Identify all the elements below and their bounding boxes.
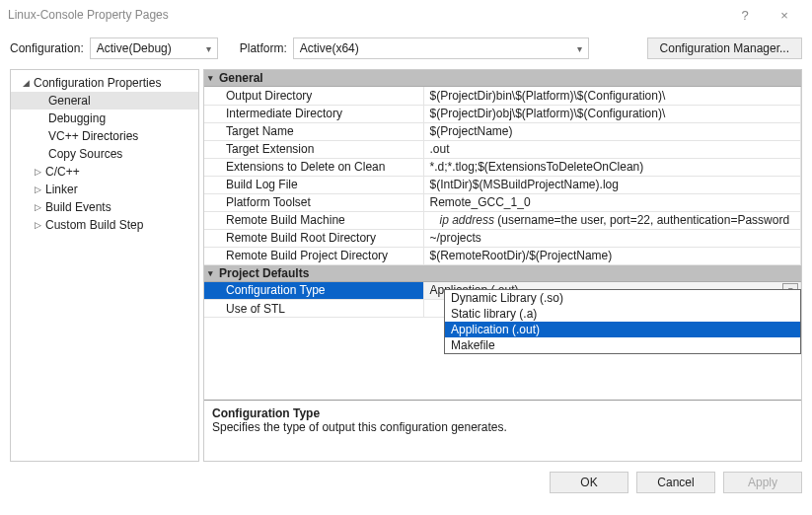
row: Remote Build Machine ip address (usernam… — [204, 211, 801, 229]
prop-val[interactable]: *.d;*.tlog;$(ExtensionsToDeleteOnClean) — [423, 158, 801, 176]
tree-item-linker[interactable]: Linker — [11, 181, 198, 198]
dropdown-option-selected[interactable]: Application (.out) — [445, 322, 800, 337]
prop-key[interactable]: Build Log File — [204, 176, 423, 193]
platform-combo[interactable]: Active(x64) ▾ — [293, 37, 589, 59]
tree-item-ccpp[interactable]: C/C++ — [11, 163, 198, 181]
prop-key[interactable]: Use of STL — [204, 300, 423, 318]
dropdown-option[interactable]: Dynamic Library (.so) — [445, 290, 800, 306]
tree-item-copy-sources[interactable]: Copy Sources — [11, 145, 198, 163]
tree-item-general[interactable]: General — [11, 92, 198, 110]
prop-key[interactable]: Remote Build Project Directory — [204, 247, 423, 264]
config-type-dropdown[interactable]: Dynamic Library (.so) Static library (.a… — [444, 289, 801, 354]
row: Intermediate Directory$(ProjectDir)obj\$… — [204, 105, 801, 122]
chevron-down-icon: ▾ — [200, 43, 217, 54]
config-row: Configuration: Active(Debug) ▾ Platform:… — [0, 30, 812, 69]
description-title: Configuration Type — [212, 406, 793, 420]
configuration-combo[interactable]: Active(Debug) ▾ — [90, 37, 218, 59]
prop-val[interactable]: ip address (username=the user, port=22, … — [423, 211, 801, 229]
tree-item-build-events[interactable]: Build Events — [11, 198, 198, 216]
ok-button[interactable]: OK — [550, 472, 628, 493]
row: Target Extension.out — [204, 140, 801, 158]
row: Extensions to Delete on Clean*.d;*.tlog;… — [204, 158, 801, 176]
property-grid: ▾General Output Directory$(ProjectDir)bi… — [204, 70, 801, 400]
window-title: Linux-Console Property Pages — [8, 8, 725, 22]
description-body: Specifies the type of output this config… — [212, 420, 793, 434]
tree-item-vcdirs[interactable]: VC++ Directories — [11, 127, 198, 145]
prop-key[interactable]: Target Name — [204, 122, 423, 140]
prop-key[interactable]: Configuration Type — [204, 282, 423, 300]
tree[interactable]: Configuration Properties General Debuggi… — [10, 69, 199, 462]
tree-item-custom-build[interactable]: Custom Build Step — [11, 216, 198, 234]
prop-val[interactable]: $(RemoteRootDir)/$(ProjectName) — [423, 247, 801, 264]
prop-val[interactable]: Remote_GCC_1_0 — [423, 193, 801, 211]
prop-key[interactable]: Platform Toolset — [204, 193, 423, 211]
prop-val[interactable]: .out — [423, 140, 801, 158]
prop-val[interactable]: $(ProjectName) — [423, 122, 801, 140]
chevron-down-icon: ▾ — [208, 268, 213, 278]
configuration-value: Active(Debug) — [91, 41, 200, 55]
section-general[interactable]: ▾General — [204, 70, 801, 87]
dropdown-option[interactable]: Static library (.a) — [445, 306, 800, 322]
dropdown-option[interactable]: Makefile — [445, 337, 800, 353]
chevron-down-icon: ▾ — [208, 73, 213, 83]
property-grid-panel: ▾General Output Directory$(ProjectDir)bi… — [203, 69, 802, 462]
row: Remote Build Project Directory$(RemoteRo… — [204, 247, 801, 264]
row: Output Directory$(ProjectDir)bin\$(Platf… — [204, 87, 801, 105]
prop-key[interactable]: Extensions to Delete on Clean — [204, 158, 423, 176]
row: Remote Build Root Directory~/projects — [204, 229, 801, 247]
configuration-manager-button[interactable]: Configuration Manager... — [647, 37, 802, 59]
dialog-buttons: OK Cancel Apply — [0, 462, 812, 503]
platform-label: Platform: — [240, 41, 287, 55]
configuration-label: Configuration: — [10, 41, 84, 55]
tree-item-debugging[interactable]: Debugging — [11, 110, 198, 127]
close-icon[interactable]: × — [765, 8, 804, 23]
tree-root[interactable]: Configuration Properties — [11, 74, 198, 92]
chevron-down-icon: ▾ — [571, 43, 588, 54]
prop-val[interactable]: $(ProjectDir)obj\$(Platform)\$(Configura… — [423, 105, 801, 122]
prop-val[interactable]: ~/projects — [423, 229, 801, 247]
platform-value: Active(x64) — [294, 41, 571, 55]
prop-key[interactable]: Remote Build Machine — [204, 211, 423, 229]
row: Target Name$(ProjectName) — [204, 122, 801, 140]
grid-general: Output Directory$(ProjectDir)bin\$(Platf… — [204, 87, 801, 265]
prop-val[interactable]: $(ProjectDir)bin\$(Platform)\$(Configura… — [423, 87, 801, 105]
prop-key[interactable]: Output Directory — [204, 87, 423, 105]
apply-button[interactable]: Apply — [723, 472, 802, 493]
prop-val[interactable]: $(IntDir)$(MSBuildProjectName).log — [423, 176, 801, 193]
row: Build Log File$(IntDir)$(MSBuildProjectN… — [204, 176, 801, 193]
prop-key[interactable]: Intermediate Directory — [204, 105, 423, 122]
main-area: Configuration Properties General Debuggi… — [0, 69, 812, 462]
title-bar: Linux-Console Property Pages ? × — [0, 0, 812, 30]
row: Platform ToolsetRemote_GCC_1_0 — [204, 193, 801, 211]
section-defaults[interactable]: ▾Project Defaults — [204, 265, 801, 282]
help-icon[interactable]: ? — [725, 8, 765, 23]
description-pane: Configuration Type Specifies the type of… — [204, 400, 801, 461]
cancel-button[interactable]: Cancel — [636, 472, 715, 493]
prop-key[interactable]: Remote Build Root Directory — [204, 229, 423, 247]
prop-key[interactable]: Target Extension — [204, 140, 423, 158]
